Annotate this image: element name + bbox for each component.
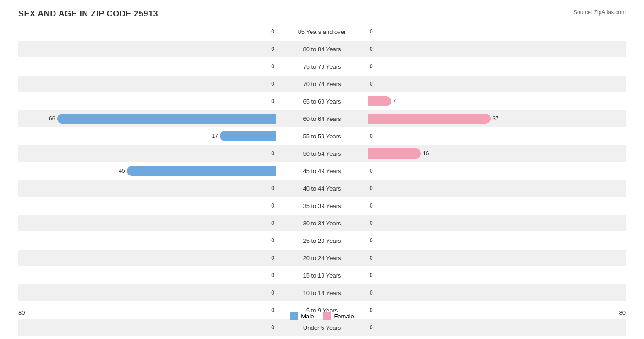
male-value-zero: 0 — [271, 28, 274, 35]
left-side: 0 — [18, 23, 276, 40]
male-label: Male — [301, 313, 314, 320]
bar-row: 070 to 74 Years0 — [18, 76, 626, 92]
bar-row: 015 to 19 Years0 — [18, 267, 626, 284]
female-bar — [368, 96, 391, 106]
left-side: 45 — [18, 163, 276, 179]
male-value-zero: 0 — [271, 220, 274, 226]
left-side: 0 — [18, 41, 276, 57]
female-value-zero: 0 — [370, 28, 373, 35]
female-value-zero: 0 — [370, 255, 373, 261]
bar-row: 050 to 54 Years16 — [18, 145, 626, 162]
female-value: 37 — [492, 115, 498, 122]
right-side: 0 — [368, 284, 626, 301]
female-value: 16 — [423, 150, 429, 157]
right-side: 0 — [368, 250, 626, 266]
age-label: 55 to 59 Years — [276, 133, 368, 140]
source-label: Source: ZipAtlas.com — [573, 9, 626, 16]
left-side: 0 — [18, 197, 276, 214]
male-value-zero: 0 — [271, 202, 274, 209]
female-value: 7 — [393, 98, 396, 104]
right-side: 0 — [368, 180, 626, 197]
left-side: 0 — [18, 76, 276, 92]
age-label: 10 to 14 Years — [276, 290, 368, 296]
bar-row: 4545 to 49 Years0 — [18, 163, 626, 179]
male-value-zero: 0 — [271, 46, 274, 52]
right-side: 0 — [368, 232, 626, 249]
bar-row: 040 to 44 Years0 — [18, 180, 626, 197]
female-value-zero: 0 — [370, 237, 373, 244]
age-label: 65 to 69 Years — [276, 98, 368, 105]
bar-row: 035 to 39 Years0 — [18, 197, 626, 214]
male-value: 66 — [49, 115, 55, 122]
right-side: 0 — [368, 319, 626, 336]
age-label: 70 to 74 Years — [276, 81, 368, 87]
right-side: 0 — [368, 197, 626, 214]
left-side: 0 — [18, 267, 276, 284]
male-value: 45 — [119, 168, 125, 174]
female-value-zero: 0 — [370, 324, 373, 331]
male-value-zero: 0 — [271, 98, 274, 104]
right-side: 0 — [368, 163, 626, 179]
male-value-zero: 0 — [271, 150, 274, 157]
left-side: 0 — [18, 250, 276, 266]
male-value-zero: 0 — [271, 237, 274, 244]
female-bar — [368, 114, 491, 124]
female-value-zero: 0 — [370, 46, 373, 52]
left-side: 66 — [18, 110, 276, 127]
bar-row: 080 to 84 Years0 — [18, 41, 626, 57]
age-label: 5 to 9 Years — [276, 307, 368, 314]
male-bar — [57, 114, 277, 124]
chart-area: 085 Years and over0080 to 84 Years0075 t… — [18, 23, 626, 307]
left-side: 0 — [18, 93, 276, 109]
male-bar — [220, 131, 276, 141]
bar-row: 075 to 79 Years0 — [18, 58, 626, 75]
right-side: 16 — [368, 145, 626, 162]
bar-row: 030 to 34 Years0 — [18, 215, 626, 231]
left-side: 0 — [18, 145, 276, 162]
male-value-zero: 0 — [271, 185, 274, 191]
female-value-zero: 0 — [370, 81, 373, 87]
male-value-zero: 0 — [271, 272, 274, 279]
bar-row: 6660 to 64 Years37 — [18, 110, 626, 127]
female-value-zero: 0 — [370, 133, 373, 139]
age-label: 80 to 84 Years — [276, 46, 368, 53]
left-side: 0 — [18, 232, 276, 249]
right-side: 0 — [368, 23, 626, 40]
chart-title: SEX AND AGE IN ZIP CODE 25913 — [18, 9, 626, 19]
bar-row: 020 to 24 Years0 — [18, 250, 626, 266]
left-side: 17 — [18, 128, 276, 144]
bar-row: 0Under 5 Years0 — [18, 319, 626, 336]
female-value-zero: 0 — [370, 272, 373, 279]
bar-row: 085 Years and over0 — [18, 23, 626, 40]
male-bar — [127, 166, 276, 176]
male-value-zero: 0 — [271, 63, 274, 70]
age-label: 35 to 39 Years — [276, 202, 368, 209]
female-value-zero: 0 — [370, 168, 373, 174]
right-side: 0 — [368, 128, 626, 144]
left-side: 0 — [18, 319, 276, 336]
female-value-zero: 0 — [370, 185, 373, 191]
age-label: 75 to 79 Years — [276, 63, 368, 70]
age-label: 85 Years and over — [276, 28, 368, 35]
male-value: 17 — [212, 133, 218, 139]
left-side: 0 — [18, 284, 276, 301]
chart-container: SEX AND AGE IN ZIP CODE 25913 Source: Zi… — [0, 0, 644, 339]
bar-row: 1755 to 59 Years0 — [18, 128, 626, 144]
bar-row: 065 to 69 Years7 — [18, 93, 626, 109]
bar-row: 010 to 14 Years0 — [18, 284, 626, 301]
female-value-zero: 0 — [370, 290, 373, 296]
bar-row: 025 to 29 Years0 — [18, 232, 626, 249]
male-value-zero: 0 — [271, 255, 274, 261]
female-label: Female — [334, 313, 354, 320]
left-side: 0 — [18, 58, 276, 75]
right-side: 7 — [368, 93, 626, 109]
age-label: Under 5 Years — [276, 324, 368, 331]
right-side: 0 — [368, 58, 626, 75]
axis-left-label: 80 — [18, 309, 25, 320]
right-side: 0 — [368, 41, 626, 57]
male-value-zero: 0 — [271, 324, 274, 331]
age-label: 25 to 29 Years — [276, 237, 368, 244]
age-label: 20 to 24 Years — [276, 255, 368, 262]
female-bar — [368, 148, 421, 159]
age-label: 45 to 49 Years — [276, 168, 368, 175]
